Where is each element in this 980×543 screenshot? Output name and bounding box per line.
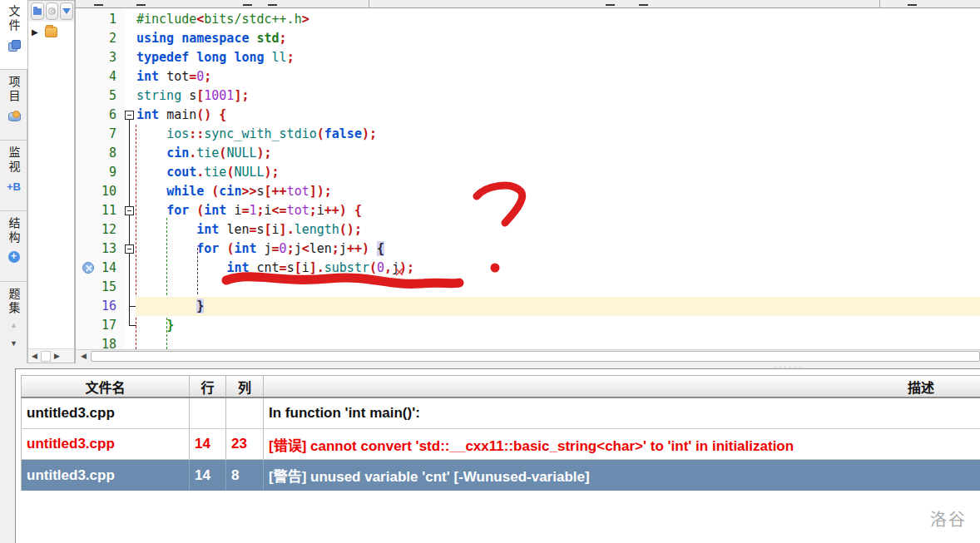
code-line-8[interactable]: cin.tie(NULL);: [136, 144, 980, 163]
issue-desc: [警告] unused variable 'cnt' [-Wunused-var…: [264, 460, 980, 491]
issues-table: 文件名 行 列 描述 untitled3.cpp In function 'in…: [21, 375, 980, 491]
tree-horizontal-scrollbar[interactable]: ◀ ▶: [28, 348, 74, 363]
issue-row-error[interactable]: untitled3.cpp 14 23 [错误] cannot convert …: [21, 429, 980, 460]
code-line-10[interactable]: while (cin>>s[++tot]);: [136, 182, 980, 201]
tree-expander-icon[interactable]: ▶: [32, 27, 38, 37]
sidebar-tab-watch-label: 监视: [6, 146, 22, 175]
editor-tabstrip-remnant[interactable]: [76, 0, 980, 8]
compiler-issues-panel: 文件名 行 列 描述 untitled3.cpp In function 'in…: [15, 368, 980, 543]
code-line-2[interactable]: using namespace std;: [136, 29, 980, 48]
sidebar-scroll-up-icon[interactable]: ▲: [0, 321, 27, 329]
issue-line: [190, 398, 226, 428]
filter-button[interactable]: [60, 2, 73, 20]
file-tree-panel: ▶ ◀ ▶: [27, 0, 75, 363]
issue-file: untitled3.cpp: [21, 429, 190, 459]
issue-line: 14: [190, 460, 226, 491]
line-number-9: 9: [76, 163, 124, 182]
watch-icon: +B: [7, 180, 21, 193]
line-number-11: 11: [76, 201, 124, 220]
line-number-1: 1: [76, 10, 124, 29]
line-number-2: 2: [76, 29, 124, 48]
file-tree-toolbar: [28, 1, 74, 22]
code-line-11[interactable]: for (int i=1;i<=tot;i++) {: [136, 201, 980, 220]
ide-window: 文件 项目 监视 +B 结构 + 题集 ▲ ▼ ▶: [0, 0, 980, 543]
luogu-watermark: 洛谷: [930, 506, 967, 531]
structure-icon: +: [7, 250, 21, 264]
line-number-4: 4: [76, 67, 124, 86]
error-line-badge-icon[interactable]: [82, 262, 94, 274]
gutter-numbers: 123456789101112131415161718: [76, 8, 124, 349]
tree-folder-icon: [45, 27, 57, 37]
editor-scroll-left-icon[interactable]: ◀: [77, 352, 90, 360]
editor-scrollbar-thumb[interactable]: [91, 351, 980, 362]
filter-funnel-icon: [62, 8, 71, 14]
code-line-12[interactable]: int len=s[i].length();: [136, 220, 980, 239]
sidebar-tab-problemset-label: 题集: [6, 288, 22, 316]
code-line-9[interactable]: cout.tie(NULL);: [136, 163, 980, 182]
fold-toggle-line6[interactable]: [125, 111, 134, 120]
line-number-16: 16: [76, 297, 124, 316]
code-line-1[interactable]: #include<bits/stdc++.h>: [136, 10, 980, 29]
code-line-13[interactable]: for (int j=0;j<len;j++) {: [136, 239, 980, 259]
folder-icon: [33, 8, 42, 15]
sidebar-tab-structure-label: 结构: [6, 217, 22, 245]
issue-file: untitled3.cpp: [21, 398, 190, 428]
user-button[interactable]: [46, 2, 59, 20]
tree-scroll-right-icon[interactable]: ▶: [51, 352, 63, 360]
code-line-3[interactable]: typedef long long ll;: [136, 48, 980, 67]
code-line-5[interactable]: string s[1001];: [136, 86, 980, 106]
project-icon: [7, 109, 21, 122]
sidebar-tab-files[interactable]: 文件: [0, 0, 27, 70]
code-line-16[interactable]: }: [136, 297, 980, 316]
fold-toggle-line11[interactable]: [125, 206, 134, 215]
sidebar-tab-watch[interactable]: 监视 +B: [0, 141, 27, 211]
line-number-13: 13: [76, 239, 124, 259]
fold-line: [129, 120, 130, 325]
header-column[interactable]: 列: [226, 376, 264, 397]
header-description[interactable]: 描述: [264, 376, 980, 397]
code-line-15[interactable]: [136, 278, 980, 297]
issue-row-warning-selected[interactable]: untitled3.cpp 14 8 [警告] unused variable …: [21, 460, 980, 491]
issue-file: untitled3.cpp: [21, 460, 190, 491]
line-number-6: 6: [76, 106, 124, 125]
issues-table-header: 文件名 行 列 描述: [21, 375, 980, 398]
line-number-18: 18: [76, 335, 124, 349]
sidebar-tab-files-label: 文件: [6, 5, 22, 33]
code-line-14[interactable]: int cnt=s[i].substr(0,j);: [136, 259, 980, 278]
issue-col: 23: [226, 429, 264, 459]
issue-desc: [错误] cannot convert 'std::__cxx11::basic…: [264, 429, 980, 459]
code-line-7[interactable]: ios::sync_with_stdio(false);: [136, 125, 980, 144]
person-icon: [48, 7, 56, 15]
sidebar-scroll-down-icon[interactable]: ▼: [0, 339, 27, 348]
header-filename[interactable]: 文件名: [21, 376, 190, 397]
line-number-7: 7: [76, 125, 124, 144]
code-line-17[interactable]: }: [136, 316, 980, 335]
issue-desc: In function 'int main()':: [264, 398, 980, 428]
issue-line: 14: [190, 429, 226, 459]
files-icon: [7, 38, 21, 52]
line-number-12: 12: [76, 220, 124, 239]
line-number-5: 5: [76, 86, 124, 106]
sidebar-tab-structure[interactable]: 结构 +: [0, 212, 27, 282]
editor-gutter: 123456789101112131415161718: [76, 8, 124, 349]
sidebar-tab-project-label: 项目: [6, 76, 22, 104]
issue-row-info[interactable]: untitled3.cpp In function 'int main()':: [21, 398, 980, 429]
code-editor: 123456789101112131415161718 #include<bit…: [75, 0, 980, 363]
code-line-18[interactable]: [136, 335, 980, 349]
left-tab-strip: 文件 项目 监视 +B 结构 + 题集 ▲ ▼: [0, 0, 27, 363]
issue-col: [226, 398, 264, 428]
editor-horizontal-scrollbar[interactable]: ◀: [76, 349, 980, 363]
fold-toggle-line13[interactable]: [125, 244, 134, 254]
editor-body[interactable]: 123456789101112131415161718 #include<bit…: [76, 8, 980, 349]
code-line-6[interactable]: int main() {: [136, 106, 980, 125]
code-line-4[interactable]: int tot=0;: [136, 67, 980, 86]
sidebar-tab-project[interactable]: 项目: [0, 71, 27, 141]
tree-root-item[interactable]: ▶: [32, 27, 57, 37]
line-number-15: 15: [76, 278, 124, 297]
open-folder-button[interactable]: [31, 2, 44, 20]
line-number-17: 17: [76, 316, 124, 335]
issue-col: 8: [226, 460, 264, 491]
tree-scroll-left-icon[interactable]: ◀: [28, 352, 41, 360]
header-line[interactable]: 行: [190, 376, 226, 397]
code-lines[interactable]: #include<bits/stdc++.h>using namespace s…: [136, 8, 980, 349]
